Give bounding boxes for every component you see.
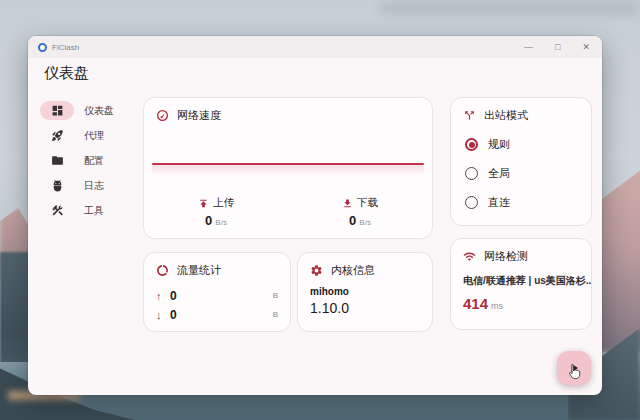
sidebar: 仪表盘 代理 配置 日志 工具 bbox=[40, 98, 150, 223]
card-title: 网络检测 bbox=[484, 249, 528, 264]
upload-value: 0 bbox=[205, 213, 212, 228]
core-name: mihomo bbox=[298, 278, 432, 297]
speedometer-icon bbox=[156, 109, 169, 122]
upload-total-row: ↑ 0 B bbox=[156, 286, 278, 305]
radio-label: 全局 bbox=[488, 166, 510, 181]
rocket-icon bbox=[40, 126, 74, 145]
sidebar-item-tools[interactable]: 工具 bbox=[40, 198, 150, 223]
core-info-card: 内核信息 mihomo 1.10.0 bbox=[297, 252, 433, 332]
dashboard-icon bbox=[40, 101, 74, 120]
radio-direct-mode[interactable]: 直连 bbox=[465, 195, 591, 210]
sidebar-item-proxy[interactable]: 代理 bbox=[40, 123, 150, 148]
sidebar-item-label: 代理 bbox=[84, 129, 104, 143]
card-title: 网络速度 bbox=[177, 108, 221, 123]
upload-icon bbox=[198, 198, 209, 209]
up-arrow-icon: ↑ bbox=[156, 290, 170, 302]
upload-unit: B/s bbox=[215, 218, 227, 227]
sidebar-item-label: 配置 bbox=[84, 154, 104, 168]
latency-value: 414 bbox=[463, 295, 488, 312]
wifi-icon bbox=[463, 250, 476, 263]
minimize-button[interactable]: — bbox=[522, 41, 535, 54]
radio-label: 直连 bbox=[488, 195, 510, 210]
sidebar-item-label: 日志 bbox=[84, 179, 104, 193]
play-icon bbox=[567, 361, 581, 375]
radio-icon bbox=[465, 167, 478, 180]
check-result-text: 电信/联通推荐 | us美国洛杉... bbox=[451, 264, 591, 288]
sidebar-item-profiles[interactable]: 配置 bbox=[40, 148, 150, 173]
sidebar-item-label: 工具 bbox=[84, 204, 104, 218]
maximize-button[interactable]: □ bbox=[553, 41, 562, 54]
radio-rule-mode[interactable]: 规则 bbox=[465, 137, 591, 152]
gear-icon bbox=[310, 264, 323, 277]
start-proxy-fab[interactable] bbox=[557, 351, 591, 385]
sidebar-item-label: 仪表盘 bbox=[84, 104, 114, 118]
download-value: 0 bbox=[349, 213, 356, 228]
traffic-stats-card: 流量统计 ↑ 0 B ↓ 0 B bbox=[143, 252, 291, 332]
card-title: 流量统计 bbox=[177, 263, 221, 278]
flclash-logo-icon bbox=[38, 43, 47, 52]
page-title: 仪表盘 bbox=[44, 64, 89, 83]
download-total-value: 0 bbox=[170, 308, 177, 322]
outbound-mode-card: 出站模式 规则 全局 直连 bbox=[450, 97, 592, 226]
sidebar-item-logs[interactable]: 日志 bbox=[40, 173, 150, 198]
call-split-icon bbox=[463, 109, 476, 122]
card-title: 内核信息 bbox=[331, 263, 375, 278]
latency-unit: ms bbox=[491, 301, 503, 311]
sidebar-item-dashboard[interactable]: 仪表盘 bbox=[40, 98, 150, 123]
network-check-card[interactable]: 网络检测 电信/联通推荐 | us美国洛杉... 414ms bbox=[450, 238, 592, 330]
upload-total-unit: B bbox=[273, 291, 278, 300]
download-label: 下载 bbox=[357, 196, 378, 210]
window-title: FlClash bbox=[52, 43, 79, 52]
card-title: 出站模式 bbox=[484, 108, 528, 123]
download-icon bbox=[342, 198, 353, 209]
radio-icon bbox=[465, 138, 478, 151]
data-usage-icon bbox=[156, 264, 169, 277]
titlebar[interactable]: FlClash — □ ✕ bbox=[28, 36, 602, 58]
app-window: FlClash — □ ✕ 仪表盘 仪表盘 代理 配置 bbox=[28, 36, 602, 395]
radio-global-mode[interactable]: 全局 bbox=[465, 166, 591, 181]
down-arrow-icon: ↓ bbox=[156, 309, 170, 321]
folder-icon bbox=[40, 151, 74, 170]
sky-clouds bbox=[380, 0, 640, 16]
download-total-row: ↓ 0 B bbox=[156, 305, 278, 324]
radio-label: 规则 bbox=[488, 137, 510, 152]
speed-chart-fill bbox=[152, 165, 424, 176]
network-speed-card: 网络速度 上传 0B/s 下载 0B/s bbox=[143, 97, 433, 239]
adb-icon bbox=[40, 176, 74, 195]
download-unit: B/s bbox=[359, 218, 371, 227]
close-button[interactable]: ✕ bbox=[580, 41, 592, 54]
core-version: 1.10.0 bbox=[298, 297, 432, 316]
tools-icon bbox=[40, 201, 74, 220]
radio-icon bbox=[465, 196, 478, 209]
download-total-unit: B bbox=[273, 310, 278, 319]
upload-label: 上传 bbox=[213, 196, 234, 210]
upload-total-value: 0 bbox=[170, 289, 177, 303]
